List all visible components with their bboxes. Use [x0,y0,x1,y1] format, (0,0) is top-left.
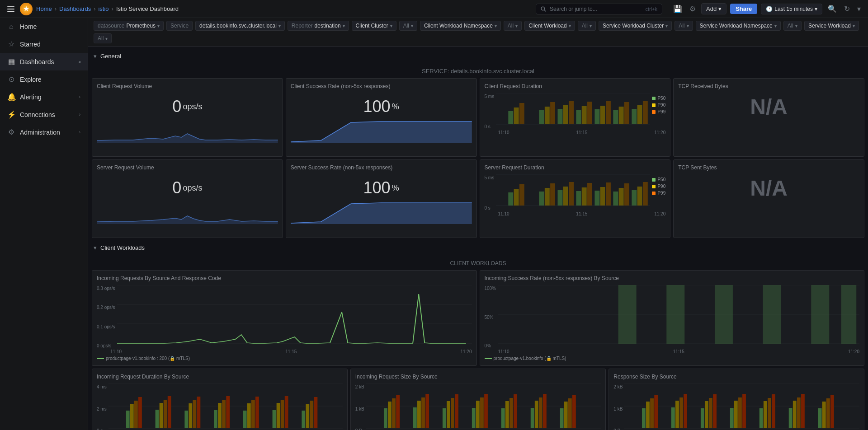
service-workload-cluster-all[interactable]: All ▾ [675,21,693,31]
service-value-filter[interactable]: details.bookinfo.svc.cluster.local ▾ [195,21,285,31]
service-workload-ns-all[interactable]: All ▾ [783,21,802,31]
svg-rect-119 [505,401,509,428]
svg-rect-106 [413,407,417,428]
svg-rect-26 [587,102,592,124]
breadcrumb-home[interactable]: Home [36,5,52,12]
svg-rect-15 [632,109,637,124]
svg-rect-18 [563,105,568,124]
svg-rect-20 [600,106,605,124]
p50-legend: P50 [652,96,665,101]
svg-marker-5 [97,134,278,143]
svg-rect-98 [314,397,317,428]
home-icon: ⌂ [7,23,15,31]
svg-rect-78 [167,396,171,428]
service-workload-filter[interactable]: Service Workload ▾ [804,21,859,31]
dur-y-2: 0 s [97,428,107,430]
svg-rect-97 [310,401,313,428]
svg-rect-10 [539,110,544,124]
svg-rect-121 [514,394,517,428]
svg-rect-115 [476,401,480,428]
client-workload-chevron-icon: ▾ [569,23,571,28]
service-workload-cluster-filter[interactable]: Service Workload Cluster ▾ [599,21,672,31]
tcp-sent-title: TCP Sent Bytes [678,164,859,171]
incoming-success-title: Incoming Success Rate (non-5xx responses… [485,275,860,281]
svg-rect-11 [558,109,563,124]
svg-rect-88 [247,403,251,428]
svg-rect-152 [772,394,775,428]
svg-rect-153 [789,408,793,428]
save-dashboard-button[interactable]: 💾 [671,3,684,15]
svg-rect-118 [501,408,505,428]
svg-rect-142 [705,401,708,428]
sidebar-item-alerting[interactable]: 🔔 Alerting › [0,88,88,106]
svg-rect-79 [184,411,188,428]
dashboards-expand-icon: ◂ [78,59,80,64]
sidebar-item-administration[interactable]: ⚙ Administration › [0,123,88,141]
sidebar-item-dashboards[interactable]: ▦ Dashboards ◂ [0,53,88,70]
client-workloads-section-header[interactable]: ▾ Client Workloads [92,242,864,254]
svg-rect-82 [197,397,200,428]
breadcrumb-istio[interactable]: istio [98,5,108,12]
success-x-1: 11:15 [673,349,684,354]
service-label: SERVICE: details.bookinfo.svc.cluster.lo… [92,64,864,78]
general-section-header[interactable]: ▾ General [92,50,864,62]
svg-rect-36 [558,190,563,206]
general-section-title: General [100,53,121,60]
refresh-interval-button[interactable]: ▾ [855,3,863,15]
client-request-volume-panel: Client Request Volume 0 ops/s [92,78,283,157]
topbar: Home › Dashboards › istio › Istio Servic… [0,0,868,18]
svg-rect-19 [582,106,587,124]
svg-rect-111 [447,401,450,428]
service-workload-all[interactable]: All ▾ [94,33,112,43]
service-filter[interactable]: Service [166,21,193,31]
refresh-button[interactable]: ↻ [842,3,852,15]
svg-rect-148 [742,394,746,428]
svg-rect-43 [563,187,568,206]
time-range-button[interactable]: 🕐 Last 15 minutes ▾ [761,4,822,14]
svg-rect-143 [709,398,712,428]
svg-rect-155 [797,397,801,428]
size-y-1: 1 kB [355,407,364,411]
client-workload-ns-filter[interactable]: Client Workload Namespace ▾ [420,21,501,31]
alerting-icon: 🔔 [7,93,15,101]
svg-rect-39 [613,192,618,206]
success-legend: productpage-v1.bookinfo (🔒 mTLS) [485,356,860,361]
share-button[interactable]: Share [730,4,757,14]
incoming-y-0: 0.3 ops/s [97,286,115,291]
tcp-received-bytes-panel: TCP Received Bytes N/A [673,78,864,157]
svg-rect-104 [392,398,396,428]
svg-rect-75 [155,410,159,428]
menu-button[interactable] [5,4,16,14]
svg-rect-108 [421,397,425,428]
server-duration-y-bottom: 0 s [485,206,495,210]
settings-button[interactable]: ⚙ [688,3,698,15]
breadcrumb-dashboards[interactable]: Dashboards [59,5,91,12]
client-cluster-all[interactable]: All ▾ [399,21,417,31]
server-p99-legend: P99 [652,191,665,196]
svg-rect-154 [793,401,797,428]
resp-y-2: 0 B [613,428,623,430]
sidebar-item-explore[interactable]: ⊙ Explore [0,70,88,88]
sidebar-item-connections[interactable]: ⚡ Connections › [0,106,88,123]
sidebar-item-starred[interactable]: ☆ Starred [0,35,88,53]
client-workload-filter[interactable]: Client Workload ▾ [524,21,575,31]
starred-icon: ☆ [7,40,15,48]
zoom-out-button[interactable]: 🔍 [826,3,839,15]
server-request-volume-panel: Server Request Volume 0 ops/s [92,159,283,238]
client-request-duration-title: Client Request Duration [485,83,666,89]
service-workload-ns-filter[interactable]: Service Workload Namespace ▾ [696,21,781,31]
main-layout: ⌂ Home ☆ Starred ▦ Dashboards ◂ ⊙ Explor… [0,18,868,430]
search-bar[interactable]: Search or jump to... ctrl+k [536,4,662,14]
add-button[interactable]: Add ▾ [701,3,726,14]
client-workload-ns-all[interactable]: All ▾ [504,21,522,31]
success-x-2: 11:20 [848,349,859,354]
client-duration-y-top: 5 ms [485,94,495,99]
reporter-filter[interactable]: Reporter destination ▾ [288,21,349,31]
datasource-filter[interactable]: datasource Prometheus ▾ [94,21,164,31]
svg-rect-113 [455,394,458,428]
sw-cluster-chevron-icon: ▾ [665,23,668,28]
svg-rect-27 [606,101,611,124]
client-cluster-filter[interactable]: Client Cluster ▾ [352,21,396,31]
sidebar-item-home[interactable]: ⌂ Home [0,18,88,35]
client-workload-all[interactable]: All ▾ [578,21,596,31]
